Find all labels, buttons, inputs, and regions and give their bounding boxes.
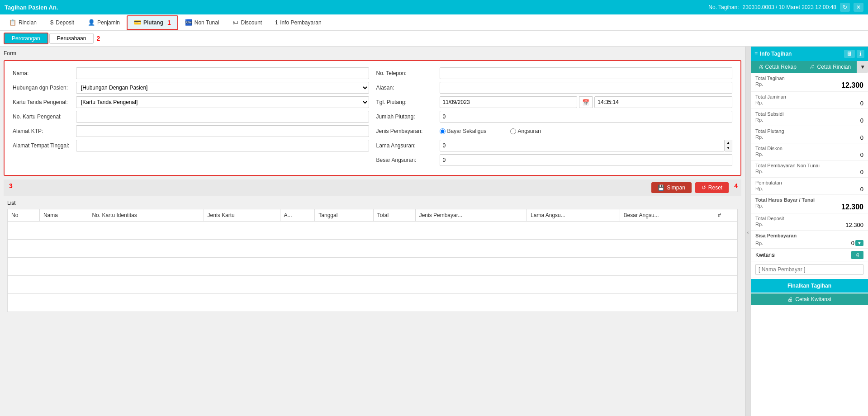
total-tagihan-rp: Rp. <box>755 81 763 90</box>
col-a: A... <box>280 209 315 222</box>
invoice-label: No. Tagihan: <box>708 4 739 10</box>
tab-piutang[interactable]: 💳 Piutang 1 <box>127 15 178 30</box>
alasan-input[interactable] <box>440 82 733 94</box>
total-harus-label: Total Harus Bayar / Tunai <box>755 197 815 203</box>
total-deposit-amount: Rp. 12.300 <box>751 222 868 231</box>
sub-tab-perorangan[interactable]: Perorangan <box>4 33 48 44</box>
jumlah-piutang-row: Jumlah Piutang: <box>376 111 733 123</box>
lama-angsuran-label: Lama Angsuran: <box>376 142 440 149</box>
sisa-dropdown: 0 ▼ <box>851 240 863 246</box>
tab-penjamin[interactable]: 👤 Penjamin <box>81 16 127 29</box>
calendar-icon-button[interactable]: 📅 <box>579 96 593 108</box>
tab-info-pembayaran-label: Info Pembayaran <box>280 19 321 26</box>
tab-discount[interactable]: 🏷 Discount <box>226 16 269 29</box>
tgl-piutang-input[interactable] <box>440 96 578 108</box>
lama-angsuran-up[interactable]: ▲ <box>725 140 732 146</box>
pembulatan-section: Pembulatan <box>751 178 868 186</box>
kartu-select[interactable]: [Kartu Tanda Pengenal] <box>76 96 369 108</box>
calculator-button[interactable]: 🖩 <box>844 50 855 58</box>
total-non-tunai-section: Total Pembayaran Non Tunai <box>751 161 868 169</box>
info-button[interactable]: ℹ <box>857 50 864 58</box>
tab-rincian[interactable]: 📋 Rincian <box>2 16 43 29</box>
hubungan-row: Hubungan dgn Pasien: [Hubungan Dengan Pa… <box>13 82 369 94</box>
lama-angsuran-spinner: ▲ ▼ <box>725 140 732 151</box>
bayar-sekaligus-radio[interactable] <box>440 128 446 134</box>
panel-divider[interactable]: ‹ <box>745 47 750 416</box>
col-no: No <box>8 209 40 222</box>
tab-non-tunai[interactable]: 🏧 Non Tunai <box>178 16 226 29</box>
total-deposit-section: Total Deposit <box>751 213 868 222</box>
time-input[interactable] <box>594 96 732 108</box>
sub-tab-perusahaan[interactable]: Perusahaan <box>49 33 94 44</box>
alamat-tinggal-label: Alamat Tempat Tinggal: <box>13 142 76 149</box>
printer-icon-1: 🖨 <box>758 64 764 70</box>
pembulatan-value: 0 <box>860 186 863 193</box>
form-right-col: No. Telepon: Alasan: Tgl. Piutang: 📅 <box>373 66 736 170</box>
alamat-ktp-input[interactable] <box>76 125 369 137</box>
lama-angsuran-input[interactable] <box>440 140 725 151</box>
cetak-kwitansi-button[interactable]: 🖨 Cetak Kwitansi <box>751 293 868 305</box>
empty-row-3 <box>8 258 738 276</box>
col-jenis-kartu: Jenis Kartu <box>204 209 280 222</box>
col-total: Total <box>373 209 415 222</box>
tab-rincian-label: Rincian <box>19 19 37 26</box>
kwitansi-print-button[interactable]: 🖨 <box>851 251 863 259</box>
besar-angsuran-input[interactable] <box>440 154 733 166</box>
sisa-value: 0 <box>851 240 854 246</box>
right-action-btns: 🖨 Cetak Rekap 🖨 Cetak Rincian ▼ <box>751 61 868 73</box>
simpan-button[interactable]: 💾 Simpan <box>651 182 692 193</box>
sub-tabs: Perorangan Perusahaan 2 <box>0 31 868 47</box>
finalisasi-button[interactable]: Finalkan Tagihan <box>751 279 868 293</box>
nav-tabs: 📋 Rincian $ Deposit 👤 Penjamin 💳 Piutang… <box>0 14 868 31</box>
total-harus-amount: Rp. 12.300 <box>751 203 868 213</box>
bayar-sekaligus-label: Bayar Sekaligus <box>447 128 487 134</box>
hubungan-select[interactable]: [Hubungan Dengan Pasien] <box>76 82 369 94</box>
tab-piutang-label: Piutang <box>143 19 163 26</box>
tgl-piutang-row: Tgl. Piutang: 📅 <box>376 96 733 108</box>
cetak-rekap-button[interactable]: 🖨 Cetak Rekap <box>751 61 804 73</box>
top-bar-right: No. Tagihan: 230310.0003 / 10 Maret 2023… <box>708 3 863 12</box>
no-telepon-input[interactable] <box>440 67 733 79</box>
cetak-kwitansi-label: Cetak Kwitansi <box>795 296 831 303</box>
alamat-tinggal-input[interactable] <box>76 140 369 151</box>
nama-input[interactable] <box>76 67 369 79</box>
col-besar-angsu: Besar Angsu... <box>620 209 714 222</box>
tab-deposit[interactable]: $ Deposit <box>43 16 81 29</box>
form-section-label: Form <box>4 50 741 57</box>
nama-pembayar-input[interactable] <box>755 264 863 275</box>
empty-row-2 <box>8 240 738 258</box>
sisa-label: Sisa Pembayaran <box>755 233 797 238</box>
total-jaminan-amount: Rp. 0 <box>751 100 868 109</box>
sisa-chevron-button[interactable]: ▼ <box>855 240 863 246</box>
angsuran-option[interactable]: Angsuran <box>510 128 574 134</box>
bayar-sekaligus-option[interactable]: Bayar Sekaligus <box>440 128 503 134</box>
empty-row-4 <box>8 276 738 294</box>
cetak-rekap-label: Cetak Rekap <box>765 64 797 70</box>
expand-button[interactable]: ▼ <box>857 61 868 73</box>
nama-row: Nama: <box>13 67 369 79</box>
left-panel: Form Nama: Hubungan dgn Pasien: [Hubunga… <box>0 47 745 416</box>
close-button[interactable]: ✕ <box>854 3 863 12</box>
no-kartu-input[interactable] <box>76 111 369 123</box>
total-tagihan-amount: Rp. 12.300 <box>751 81 868 92</box>
refresh-button[interactable]: ↻ <box>840 3 850 12</box>
col-no-kartu: No. Kartu Identitas <box>88 209 204 222</box>
reset-button[interactable]: ↺ Reset <box>695 182 729 193</box>
total-tagihan-section: Total Tagihan <box>751 73 868 81</box>
sisa-section: Sisa Pembayaran <box>751 231 868 239</box>
jumlah-piutang-input[interactable] <box>440 111 733 123</box>
right-panel-icons: 🖩 ℹ <box>844 50 864 58</box>
lama-angsuran-down[interactable]: ▼ <box>725 146 732 151</box>
total-jaminan-value: 0 <box>860 100 863 107</box>
total-tagihan-label: Total Tagihan <box>755 76 785 81</box>
right-panel-title-text: Info Tagihan <box>760 51 792 57</box>
tab-info-pembayaran[interactable]: ℹ Info Pembayaran <box>269 16 328 29</box>
no-kartu-row: No. Kartu Pengenal: <box>13 111 369 123</box>
non-tunai-icon: 🏧 <box>185 19 192 26</box>
discount-icon: 🏷 <box>232 19 238 26</box>
form-left-col: Nama: Hubungan dgn Pasien: [Hubungan Den… <box>9 66 373 170</box>
angsuran-radio[interactable] <box>510 128 516 134</box>
annotation-1: 1 <box>167 19 171 26</box>
action-bar: 3 💾 Simpan ↺ Reset 4 <box>4 180 741 196</box>
cetak-rincian-button[interactable]: 🖨 Cetak Rincian <box>804 61 857 73</box>
